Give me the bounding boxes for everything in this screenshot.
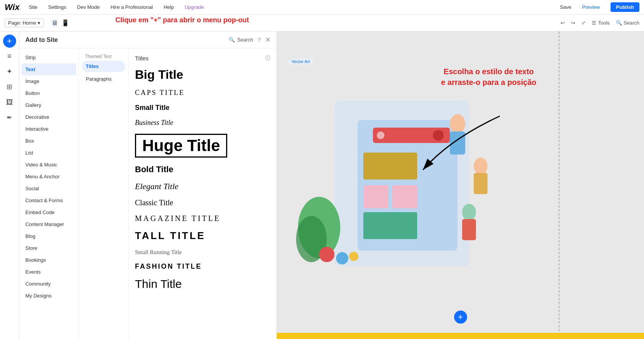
category-image[interactable]: Image bbox=[19, 75, 78, 87]
zoom-icon: ⤢ bbox=[581, 20, 586, 26]
svg-point-3 bbox=[433, 130, 444, 141]
category-embed-code[interactable]: Embed Code bbox=[19, 206, 78, 218]
svg-rect-6 bbox=[363, 185, 388, 208]
info-icon[interactable]: ⓘ bbox=[265, 55, 270, 61]
add-panel: Add to Site 🔍 Search ? ✕ Strip Text Imag… bbox=[19, 32, 277, 339]
search-button[interactable]: 🔍 Search bbox=[616, 20, 639, 26]
svg-point-18 bbox=[462, 204, 476, 221]
category-my-designs[interactable]: My Designs bbox=[19, 290, 78, 302]
apps-icon[interactable]: ⊞ bbox=[3, 80, 17, 94]
title-classic-title[interactable]: Classic Title bbox=[135, 198, 270, 207]
category-social[interactable]: Social bbox=[19, 183, 78, 194]
nav-dev-mode[interactable]: Dev Mode bbox=[75, 4, 101, 10]
redo-icon: ↪ bbox=[571, 20, 575, 26]
nav-upgrade[interactable]: Upgrade bbox=[183, 4, 205, 10]
search-icon: 🔍 bbox=[616, 20, 622, 26]
zoom-button[interactable]: ⤢ bbox=[581, 20, 586, 26]
dashed-vertical-line bbox=[559, 32, 559, 339]
secondary-toolbar: Page: Home ▾ 🖥 📱 Clique em "+" para abri… bbox=[0, 15, 644, 32]
category-button[interactable]: Button bbox=[19, 87, 78, 99]
design-icon[interactable]: ✦ bbox=[3, 65, 17, 78]
title-small-title[interactable]: Small Title bbox=[135, 104, 270, 112]
tabs-column: Themed Text Titles Paragraphs bbox=[79, 48, 129, 339]
annotation-drag-text: Escolha o estilo de textoe arraste-o par… bbox=[441, 66, 536, 88]
nav-help[interactable]: Help bbox=[162, 4, 175, 10]
svg-rect-8 bbox=[363, 212, 417, 239]
nav-hire[interactable]: Hire a Professional bbox=[109, 4, 155, 10]
svg-rect-17 bbox=[474, 173, 488, 194]
title-big-title[interactable]: Big Title bbox=[135, 68, 270, 82]
category-box[interactable]: Box bbox=[19, 135, 78, 147]
titles-column: Titles ⓘ Big Title CAPS TITLE Small Titl… bbox=[129, 48, 276, 339]
panel-search-icon: 🔍 bbox=[229, 37, 235, 43]
svg-point-16 bbox=[474, 158, 488, 174]
panel-close-button[interactable]: ✕ bbox=[265, 36, 270, 43]
category-strip[interactable]: Strip bbox=[19, 52, 78, 63]
category-blog[interactable]: Blog bbox=[19, 230, 78, 242]
media-icon[interactable]: 🖼 bbox=[3, 95, 17, 109]
svg-point-12 bbox=[336, 252, 348, 264]
page-name: Home bbox=[23, 20, 36, 26]
category-video-music[interactable]: Video & Music bbox=[19, 159, 78, 171]
wix-logo: Wix bbox=[5, 2, 20, 12]
top-navigation: Wix Site Settings Dev Mode Hire a Profes… bbox=[0, 0, 644, 15]
panel-help-button[interactable]: ? bbox=[258, 37, 261, 43]
page-label: Page: bbox=[8, 20, 21, 26]
mobile-view-button[interactable]: 📱 bbox=[62, 19, 69, 27]
title-huge-title[interactable]: Huge Title bbox=[135, 134, 270, 158]
tabs-header: Themed Text bbox=[82, 52, 125, 61]
pages-icon[interactable]: ≡ bbox=[3, 49, 17, 63]
title-tall-title[interactable]: TALL TITLE bbox=[135, 230, 270, 242]
main-area: Add to Site 🔍 Search ? ✕ Strip Text Imag… bbox=[19, 32, 644, 339]
title-business-title[interactable]: Business Title bbox=[135, 119, 270, 127]
category-column: Strip Text Image Button Gallery Decorati… bbox=[19, 48, 79, 339]
canvas-add-button[interactable]: + bbox=[454, 311, 467, 324]
tools-button[interactable]: ☰ Tools bbox=[592, 20, 609, 26]
nav-settings[interactable]: Settings bbox=[47, 4, 68, 10]
title-magazine-title[interactable]: MAGAZINE TITLE bbox=[135, 214, 270, 223]
undo-icon: ↩ bbox=[561, 20, 565, 26]
category-list[interactable]: List bbox=[19, 147, 78, 159]
tab-paragraphs[interactable]: Paragraphs bbox=[82, 73, 125, 85]
panel-search-button[interactable]: 🔍 Search bbox=[229, 37, 253, 43]
category-text[interactable]: Text bbox=[22, 63, 76, 75]
category-bookings[interactable]: Bookings bbox=[19, 254, 78, 266]
preview-button[interactable]: Preview bbox=[582, 4, 600, 10]
category-content-manager[interactable]: Content Manager bbox=[19, 218, 78, 230]
title-running-title[interactable]: Small Running Title bbox=[135, 249, 270, 256]
editor-canvas[interactable]: Vector Art Escolha o estilo de textoe ar… bbox=[277, 32, 644, 339]
mobile-icon: 📱 bbox=[62, 19, 69, 27]
view-mode-icons: 🖥 📱 bbox=[52, 19, 69, 27]
category-store[interactable]: Store bbox=[19, 242, 78, 254]
page-selector[interactable]: Page: Home ▾ bbox=[5, 18, 44, 27]
category-decorative[interactable]: Decorative bbox=[19, 111, 78, 123]
title-fashion-title[interactable]: FASHION TITLE bbox=[135, 263, 270, 271]
title-elegant-title[interactable]: Elegant Title bbox=[135, 181, 270, 191]
publish-button[interactable]: Publish bbox=[611, 2, 639, 12]
svg-rect-19 bbox=[462, 219, 476, 240]
vector-art-illustration bbox=[288, 89, 511, 281]
redo-button[interactable]: ↪ bbox=[571, 20, 575, 26]
title-bold-title[interactable]: Bold Title bbox=[135, 165, 270, 174]
category-gallery[interactable]: Gallery bbox=[19, 99, 78, 111]
panel-columns: Strip Text Image Button Gallery Decorati… bbox=[19, 48, 276, 339]
nav-site[interactable]: Site bbox=[27, 4, 39, 10]
undo-button[interactable]: ↩ bbox=[561, 20, 565, 26]
category-contact-forms[interactable]: Contact & Forms bbox=[19, 194, 78, 206]
add-element-button[interactable]: + bbox=[3, 35, 16, 48]
title-caps-title[interactable]: CAPS TITLE bbox=[135, 89, 270, 97]
desktop-view-button[interactable]: 🖥 bbox=[52, 20, 58, 27]
category-community[interactable]: Community bbox=[19, 278, 78, 290]
category-interactive[interactable]: Interactive bbox=[19, 123, 78, 135]
title-thin-title[interactable]: Thin Title bbox=[135, 278, 270, 291]
desktop-icon: 🖥 bbox=[52, 20, 58, 27]
vector-icon[interactable]: ✒ bbox=[3, 111, 17, 125]
category-menu-anchor[interactable]: Menu & Anchor bbox=[19, 171, 78, 183]
svg-point-11 bbox=[319, 247, 334, 262]
tab-titles[interactable]: Titles bbox=[82, 61, 125, 72]
save-button[interactable]: Save bbox=[560, 4, 571, 10]
category-events[interactable]: Events bbox=[19, 266, 78, 278]
titles-label: Titles bbox=[135, 55, 148, 61]
yellow-bottom-strip bbox=[277, 333, 644, 339]
svg-point-4 bbox=[377, 131, 384, 139]
